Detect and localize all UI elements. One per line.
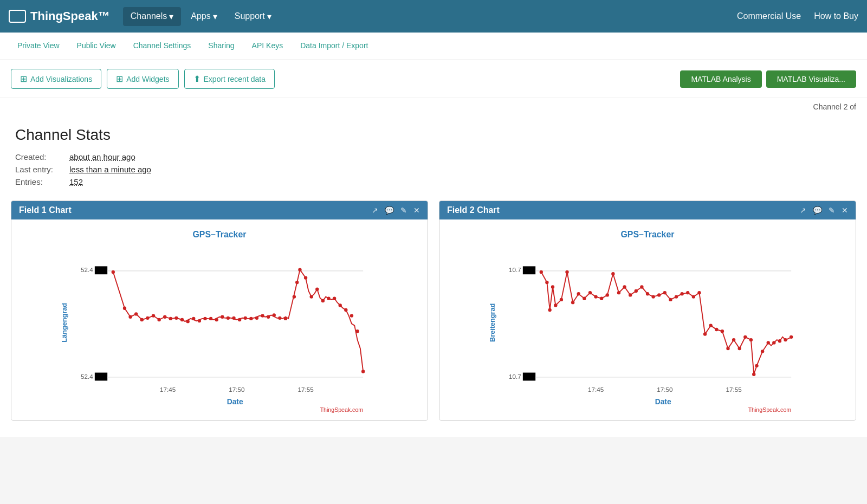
svg-point-73 — [675, 295, 678, 298]
field1-x-tick-2: 17:50 — [229, 386, 245, 393]
svg-point-8 — [152, 314, 155, 317]
channel-info: Channel Stats Created: about an hour ago… — [0, 115, 867, 201]
field2-external-link-icon[interactable]: ↗ — [800, 206, 806, 215]
svg-point-17 — [203, 317, 206, 320]
channel-stats-title: Channel Stats — [15, 126, 852, 144]
toolbar: ⊞ Add Visualizations ⊞ Add Widgets ⬆ Exp… — [0, 60, 867, 98]
field1-edit-icon[interactable]: ✎ — [400, 206, 407, 215]
matlab-analysis-button[interactable]: MATLAB Analysis — [680, 70, 761, 88]
stats-entries-row: Entries: 152 — [15, 177, 852, 186]
add-viz-label: Add Visualizations — [30, 75, 92, 83]
svg-point-93 — [784, 338, 787, 341]
svg-point-74 — [680, 292, 683, 295]
field2-x-tick-2: 17:50 — [657, 386, 673, 393]
field1-external-link-icon[interactable]: ↗ — [372, 206, 378, 215]
svg-point-87 — [752, 373, 755, 376]
sub-nav-sharing[interactable]: Sharing — [199, 33, 243, 60]
field1-chart-card: Field 1 Chart ↗ 💬 ✎ ✕ GPS–Tracker Längen… — [11, 201, 428, 421]
add-visualizations-button[interactable]: ⊞ Add Visualizations — [11, 69, 101, 89]
svg-point-16 — [198, 319, 201, 322]
nav-commercial-use[interactable]: Commercial Use — [737, 11, 801, 21]
sub-nav-api-keys[interactable]: API Keys — [243, 33, 292, 60]
field1-chart-header: Field 1 Chart ↗ 💬 ✎ ✕ — [11, 201, 428, 219]
field2-edit-icon[interactable]: ✎ — [829, 206, 835, 215]
nav-channels-chevron: ▾ — [169, 11, 173, 22]
svg-point-45 — [361, 370, 365, 373]
entries-value: 152 — [69, 177, 83, 186]
field1-comment-icon[interactable]: 💬 — [385, 206, 394, 215]
field1-chart-svg: GPS–Tracker Längengrad 52.4 52.4 17:45 1… — [17, 225, 422, 415]
svg-point-53 — [560, 298, 563, 301]
svg-point-83 — [732, 338, 735, 341]
nav-apps[interactable]: Apps ▾ — [183, 7, 224, 26]
field1-x-tick-3: 17:55 — [298, 386, 314, 393]
svg-point-41 — [339, 303, 342, 307]
main-nav: ThingSpeak™ Channels ▾ Apps ▾ Support ▾ … — [0, 0, 867, 33]
svg-point-42 — [344, 308, 347, 312]
svg-point-36 — [310, 295, 313, 298]
field1-watermark: ThingSpeak.com — [320, 406, 364, 413]
field2-comment-icon[interactable]: 💬 — [813, 206, 822, 215]
nav-channels[interactable]: Channels ▾ — [123, 7, 182, 26]
svg-point-38 — [321, 299, 325, 302]
svg-point-91 — [772, 341, 775, 344]
field2-chart-card: Field 2 Chart ↗ 💬 ✎ ✕ GPS–Tracker Breite… — [439, 201, 856, 421]
sub-nav-channel-settings[interactable]: Channel Settings — [125, 33, 200, 60]
field2-chart-title: Field 2 Chart — [447, 205, 500, 215]
svg-point-61 — [606, 293, 609, 296]
field2-y-top-rect — [523, 266, 535, 274]
svg-point-6 — [140, 318, 144, 321]
svg-point-80 — [715, 328, 718, 331]
add-widgets-button[interactable]: ⊞ Add Widgets — [107, 69, 178, 89]
svg-point-94 — [790, 335, 793, 339]
channel-number-label: Channel 2 of — [813, 102, 856, 111]
field2-chart-svg: GPS–Tracker Breitengrad 10.7 10.7 17:45 … — [445, 225, 850, 415]
nav-how-to-buy[interactable]: How to Buy — [814, 11, 858, 21]
svg-point-12 — [174, 316, 178, 320]
field2-chart-body: GPS–Tracker Breitengrad 10.7 10.7 17:45 … — [439, 219, 856, 420]
toolbar-right: MATLAB Analysis MATLAB Visualiza... — [680, 70, 856, 88]
sub-nav-data-import-export[interactable]: Data Import / Export — [292, 33, 377, 60]
field1-y-top-rect — [95, 266, 107, 274]
svg-point-75 — [686, 291, 689, 294]
field1-x-label: Date — [227, 398, 243, 406]
svg-point-39 — [327, 297, 330, 300]
svg-point-19 — [215, 318, 218, 321]
field2-x-tick-3: 17:55 — [726, 386, 742, 393]
svg-point-9 — [157, 318, 160, 321]
svg-point-60 — [600, 297, 603, 300]
nav-channels-label: Channels — [131, 11, 167, 21]
nav-right: Commercial Use How to Buy — [737, 11, 858, 21]
field2-y-bottom-rect — [523, 373, 535, 381]
logo[interactable]: ThingSpeak™ — [9, 9, 110, 23]
svg-point-59 — [594, 295, 597, 298]
svg-point-48 — [540, 270, 543, 274]
entries-label: Entries: — [15, 177, 69, 186]
field2-y-top: 10.7 — [509, 266, 521, 273]
svg-point-67 — [640, 285, 643, 288]
svg-point-24 — [244, 316, 247, 320]
svg-point-78 — [703, 332, 707, 335]
svg-point-35 — [304, 276, 307, 279]
svg-point-34 — [298, 268, 301, 272]
sub-nav-public-view[interactable]: Public View — [68, 33, 125, 60]
field1-close-icon[interactable]: ✕ — [413, 206, 420, 215]
field1-y-top: 52.4 — [81, 266, 93, 273]
svg-point-79 — [709, 324, 712, 327]
export-icon: ⬆ — [193, 74, 200, 84]
svg-point-49 — [545, 281, 548, 284]
svg-point-21 — [227, 316, 230, 320]
last-entry-value: less than a minute ago — [69, 165, 151, 174]
svg-point-66 — [635, 289, 638, 293]
field2-close-icon[interactable]: ✕ — [842, 206, 848, 215]
logo-icon — [9, 10, 26, 23]
sub-nav-private-view[interactable]: Private View — [9, 33, 68, 60]
logo-text: ThingSpeak™ — [30, 9, 110, 23]
matlab-viz-button[interactable]: MATLAB Visualiza... — [766, 70, 856, 88]
svg-point-15 — [192, 317, 195, 320]
svg-point-18 — [209, 317, 212, 320]
nav-support[interactable]: Support ▾ — [227, 7, 279, 26]
svg-point-84 — [738, 347, 741, 350]
export-recent-data-button[interactable]: ⬆ Export recent data — [184, 69, 275, 89]
svg-point-27 — [261, 314, 264, 317]
